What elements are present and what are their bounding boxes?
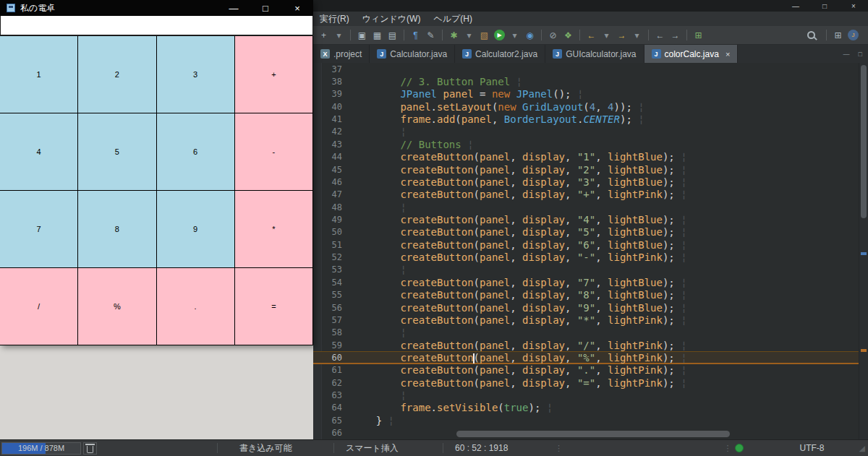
code-line-40[interactable]: 40 panel.setLayout(new GridLayout(4, 4))… (313, 100, 859, 113)
code-line-39[interactable]: 39 JPanel panel = new JPanel(); ¦ (313, 88, 859, 100)
run-dropdown-icon[interactable]: ▾ (508, 28, 522, 42)
vertical-scrollbar-thumb[interactable] (861, 65, 867, 218)
code-line-57[interactable]: 57 createButton(panel, display, "*", lig… (313, 314, 859, 326)
last-edit-location-icon[interactable]: ← (653, 28, 667, 42)
calc-button-7[interactable]: 7 (0, 191, 78, 268)
code-line-48[interactable]: 48 ¦ (313, 201, 859, 213)
code-line-47[interactable]: 47 createButton(panel, display, "+", lig… (313, 189, 859, 201)
back-icon[interactable]: ← (584, 28, 598, 42)
code-line-37[interactable]: 37 (313, 63, 859, 75)
ide-close-button[interactable]: × (839, 0, 868, 12)
ide-minimize-button[interactable]: — (781, 0, 810, 12)
code-line-51[interactable]: 51 createButton(panel, display, "6", lig… (313, 238, 859, 251)
calc-button-5[interactable]: 5 (78, 113, 156, 191)
code-line-52[interactable]: 52 createButton(panel, display, "-", lig… (313, 251, 859, 263)
ide-titlebar[interactable]: —□× (313, 0, 868, 12)
code-line-44[interactable]: 44 createButton(panel, display, "1", lig… (313, 151, 859, 163)
java-perspective-icon[interactable]: J (848, 30, 859, 40)
skip-breakpoints-icon[interactable]: ⊘ (546, 28, 560, 42)
code-line-41[interactable]: 41 frame.add(panel, BorderLayout.CENTER)… (313, 113, 859, 125)
menu-window[interactable]: ウィンドウ(W) (356, 12, 427, 26)
search-icon[interactable] (807, 31, 815, 39)
calc-maximize-button[interactable]: □ (250, 0, 281, 16)
calc-button-6[interactable]: 6 (157, 113, 235, 191)
code-line-46[interactable]: 46 createButton(panel, display, "3", lig… (313, 176, 859, 188)
calc-button-8[interactable]: 8 (78, 191, 156, 268)
editor-tab-guicalculator-java[interactable]: JGUIcalculator.java (545, 45, 644, 63)
line-number: 46 (313, 177, 348, 187)
code-line-53[interactable]: 53 ¦ (313, 264, 859, 276)
garbage-collect-button[interactable] (83, 442, 97, 455)
code-line-60[interactable]: 60 createButton(panel, display, "%", lig… (313, 351, 859, 363)
toolbar-separator (404, 30, 404, 40)
calc-button-+[interactable]: + (235, 36, 313, 113)
new-wizard-icon[interactable]: + (317, 28, 331, 42)
forward-icon[interactable]: → (615, 28, 629, 42)
external-tools-icon[interactable]: ❖ (561, 28, 575, 42)
menu-help[interactable]: ヘルプ(H) (427, 12, 479, 26)
menu-run[interactable]: 実行(R) (313, 12, 356, 26)
editor-tab-colorcalc-java[interactable]: JcolorCalc.java× (644, 45, 739, 63)
code-line-62[interactable]: 62 createButton(panel, display, "=", lig… (313, 377, 859, 389)
mark-occurrences-icon[interactable]: ✎ (424, 28, 438, 42)
code-line-63[interactable]: 63 ¦ (313, 389, 859, 401)
code-line-54[interactable]: 54 createButton(panel, display, "7", lig… (313, 276, 859, 288)
save-icon[interactable]: ▣ (355, 28, 369, 42)
run-icon[interactable]: ▶ (494, 30, 505, 40)
code-line-61[interactable]: 61 createButton(panel, display, ".", lig… (313, 364, 859, 377)
back-dropdown-icon[interactable]: ▾ (600, 28, 613, 42)
next-edit-location-icon[interactable]: → (668, 28, 682, 42)
calc-button-*[interactable]: * (235, 191, 313, 268)
calc-button-2[interactable]: 2 (78, 36, 156, 113)
calc-button-.[interactable]: . (157, 268, 235, 345)
code-line-58[interactable]: 58 ¦ (313, 327, 859, 339)
coverage-icon[interactable]: ▧ (477, 28, 491, 42)
calc-button-9[interactable]: 9 (157, 191, 235, 268)
calc-button-4[interactable]: 4 (0, 113, 78, 191)
calc-minimize-button[interactable]: — (218, 0, 250, 16)
code-line-38[interactable]: 38 // 3. Button Panel ¦ (313, 75, 859, 87)
new-java-project-icon[interactable]: ⊞ (692, 28, 705, 42)
horizontal-scrollbar-thumb[interactable] (456, 431, 730, 437)
editor-tab--project[interactable]: X.project (313, 45, 370, 63)
tab-close-icon[interactable]: × (726, 50, 730, 59)
code-editor[interactable]: 3738 // 3. Button Panel ¦39 JPanel panel… (313, 63, 868, 439)
editor-tab-calculator2-java[interactable]: JCalculator2.java (455, 45, 545, 63)
background-jobs-icon[interactable] (735, 444, 744, 452)
code-line-45[interactable]: 45 createButton(panel, display, "2", lig… (313, 163, 859, 176)
open-perspective-icon[interactable]: ⊞ (831, 28, 845, 42)
code-line-65[interactable]: 65 } ¦ (313, 414, 859, 426)
calc-button--[interactable]: - (235, 113, 313, 191)
calc-close-button[interactable]: × (281, 0, 313, 16)
calculator-display-field[interactable] (0, 16, 313, 36)
new-dropdown-icon[interactable]: ▾ (332, 28, 346, 42)
print-icon[interactable]: ▤ (386, 28, 399, 42)
ide-restore-button[interactable]: □ (810, 0, 839, 12)
minimize-editor-icon[interactable]: — (843, 51, 850, 58)
code-line-43[interactable]: 43 // Buttons ¦ (313, 138, 859, 150)
debug-icon[interactable]: ✱ (447, 28, 461, 42)
calculator-titlebar[interactable]: 私の電卓 —□× (0, 0, 313, 16)
code-line-59[interactable]: 59 createButton(panel, display, "/", lig… (313, 339, 859, 351)
code-line-50[interactable]: 50 createButton(panel, display, "5", lig… (313, 226, 859, 238)
calc-button-/[interactable]: / (0, 268, 78, 345)
maximize-editor-icon[interactable]: □ (859, 51, 862, 58)
resize-grip-icon[interactable] (859, 444, 868, 453)
calc-button-3[interactable]: 3 (157, 36, 235, 113)
code-text: createButton(panel, display, "7", lightB… (352, 277, 687, 288)
calc-button-%[interactable]: % (78, 268, 156, 345)
vertical-scrollbar[interactable] (859, 63, 868, 439)
profile-icon[interactable]: ◉ (523, 28, 537, 42)
code-line-42[interactable]: 42 ¦ (313, 126, 859, 138)
code-line-56[interactable]: 56 createButton(panel, display, "9", lig… (313, 301, 859, 314)
calc-button-1[interactable]: 1 (0, 36, 78, 113)
editor-tab-calculator-java[interactable]: JCalculator.java (370, 45, 455, 63)
show-whitespace-icon[interactable]: ¶ (409, 28, 422, 42)
code-line-64[interactable]: 64 frame.setVisible(true); ¦ (313, 402, 859, 414)
code-line-55[interactable]: 55 createButton(panel, display, "8", lig… (313, 288, 859, 301)
calc-button-=[interactable]: = (235, 268, 313, 345)
forward-dropdown-icon[interactable]: ▾ (630, 28, 644, 42)
code-line-49[interactable]: 49 createButton(panel, display, "4", lig… (313, 213, 859, 225)
debug-dropdown-icon[interactable]: ▾ (462, 28, 476, 42)
save-all-icon[interactable]: ▦ (370, 28, 384, 42)
